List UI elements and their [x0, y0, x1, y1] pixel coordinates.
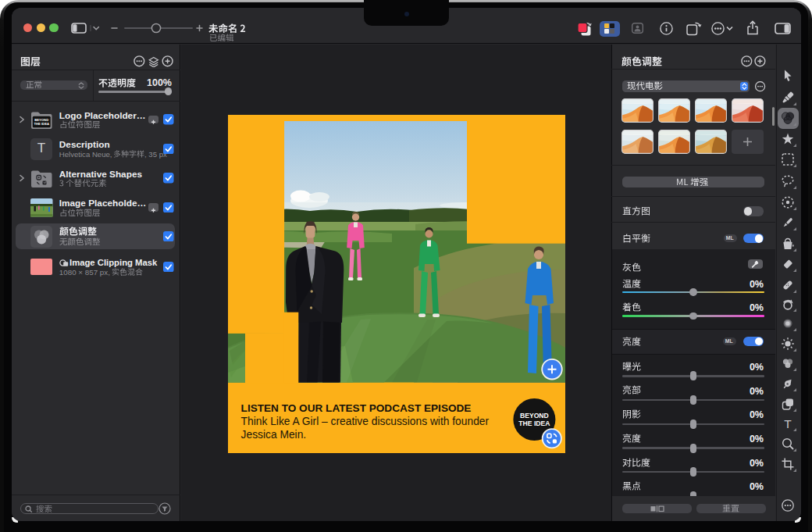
svg-text:Jessica Mein.: Jessica Mein. [240, 429, 306, 441]
svg-text:THE IDEA: THE IDEA [34, 122, 49, 126]
svg-text:BEYOND: BEYOND [34, 117, 48, 121]
svg-text:T: T [784, 416, 792, 430]
svg-text:BEYOND: BEYOND [520, 411, 549, 419]
svg-text:Think Like A Girl – creative d: Think Like A Girl – creative discussions… [240, 415, 489, 427]
svg-text:THE IDEA: THE IDEA [518, 419, 550, 427]
svg-text:LISTEN TO OUR LATEST PODCAST E: LISTEN TO OUR LATEST PODCAST EPISODE [240, 402, 471, 413]
